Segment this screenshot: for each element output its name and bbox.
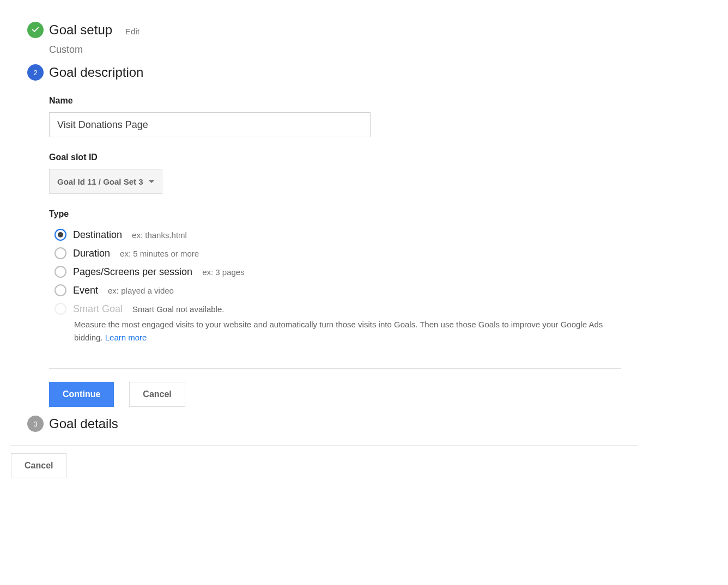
type-radio-group: Destinationex: thanks.htmlDurationex: 5 … (49, 226, 717, 349)
type-option: Smart GoalSmart Goal not available. (54, 300, 717, 318)
step-title-row: Goal details (49, 416, 717, 432)
step-goal-details: 3 Goal details (22, 416, 717, 441)
caret-down-icon (149, 180, 154, 183)
step-title: Goal details (49, 416, 118, 432)
step-number: 2 (33, 69, 37, 77)
step-title: Goal setup (49, 22, 112, 38)
radio-icon (54, 229, 66, 241)
step-subtitle: Custom (49, 44, 717, 56)
divider (49, 368, 621, 369)
type-option[interactable]: Destinationex: thanks.html (54, 226, 717, 244)
bottom-divider (11, 445, 638, 446)
cancel-button[interactable]: Cancel (129, 382, 185, 407)
step-badge-current: 2 (27, 64, 44, 81)
step-title: Goal description (49, 64, 143, 81)
step-goal-setup: Goal setup Edit Custom (22, 22, 717, 64)
continue-button[interactable]: Continue (49, 382, 114, 407)
outer-cancel-row: Cancel (11, 453, 717, 478)
type-option[interactable]: Durationex: 5 minutes or more (54, 244, 717, 263)
radio-description-text: Measure the most engaged visits to your … (74, 320, 603, 342)
step-gutter: 3 (22, 416, 49, 432)
radio-icon (54, 266, 66, 278)
radio-label: Duration (73, 248, 110, 259)
radio-example: ex: 3 pages (202, 267, 245, 277)
check-icon (31, 25, 40, 36)
radio-icon (54, 284, 66, 296)
step-badge-complete (27, 22, 44, 38)
goal-slot-dropdown[interactable]: Goal Id 11 / Goal Set 3 (49, 169, 162, 194)
step-badge-upcoming: 3 (27, 416, 44, 432)
goal-name-input[interactable] (49, 112, 371, 137)
type-option[interactable]: Eventex: played a video (54, 281, 717, 300)
step-content: Goal description Name Goal slot ID Goal … (49, 64, 717, 416)
step-content: Goal details (49, 416, 717, 441)
step-title-row: Goal description (49, 64, 717, 81)
step-number: 3 (33, 420, 37, 428)
connector-line (35, 38, 36, 39)
radio-description: Measure the most engaged visits to your … (74, 318, 624, 349)
radio-label: Pages/Screens per session (73, 266, 192, 278)
name-label: Name (49, 96, 717, 106)
wizard: Goal setup Edit Custom 2 Goal descriptio… (22, 22, 717, 441)
goal-wizard-page: Goal setup Edit Custom 2 Goal descriptio… (0, 0, 728, 500)
type-label: Type (49, 209, 717, 219)
outer-cancel-button[interactable]: Cancel (11, 453, 66, 478)
edit-link[interactable]: Edit (125, 23, 139, 40)
connector-line (35, 81, 36, 82)
learn-more-link[interactable]: Learn more (105, 333, 147, 342)
step-gutter: 2 (22, 64, 49, 81)
slot-label: Goal slot ID (49, 153, 717, 162)
step-content: Goal setup Edit Custom (49, 22, 717, 64)
dropdown-value: Goal Id 11 / Goal Set 3 (57, 177, 143, 186)
step-goal-description: 2 Goal description Name Goal slot ID Goa… (22, 64, 717, 416)
step-title-row: Goal setup Edit (49, 22, 717, 40)
button-row: Continue Cancel (49, 382, 717, 407)
radio-example: ex: thanks.html (132, 230, 187, 240)
step-gutter (22, 22, 49, 38)
radio-example: ex: 5 minutes or more (120, 249, 199, 258)
radio-example: ex: played a video (108, 286, 174, 295)
radio-example: Smart Goal not available. (132, 304, 224, 314)
radio-label: Smart Goal (73, 303, 123, 315)
radio-inner-icon (58, 232, 63, 237)
radio-icon (54, 303, 66, 315)
radio-icon (54, 247, 66, 259)
radio-label: Destination (73, 229, 122, 241)
radio-label: Event (73, 285, 98, 296)
type-option[interactable]: Pages/Screens per sessionex: 3 pages (54, 263, 717, 281)
